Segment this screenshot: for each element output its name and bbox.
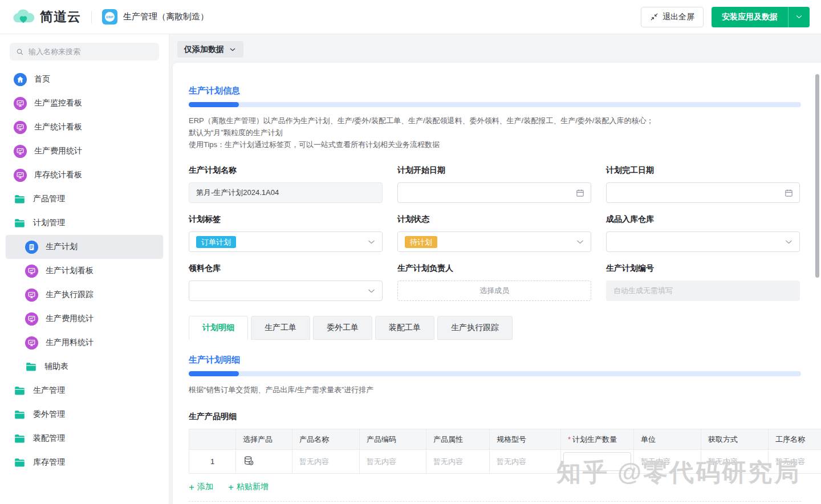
brand-logo[interactable]: 简道云 <box>11 7 81 27</box>
plan-info-form: 生产计划名称 第月-生产计划2024.1A04 计划开始日期 计划完工日期 <box>189 165 801 301</box>
plus-icon: + <box>189 482 194 492</box>
unit-cell: 暂无内容 <box>634 450 701 474</box>
install-app-button[interactable]: 安装应用及数据 <box>712 7 788 27</box>
sidebar-item-label: 计划管理 <box>33 218 65 228</box>
field-label: 生产计划名称 <box>189 165 383 176</box>
select-product-icon[interactable] <box>243 455 254 466</box>
sidebar-item-prod-stats-board[interactable]: 生产统计看板 <box>0 115 169 139</box>
sidebar-item-label: 生产计划看板 <box>46 266 94 276</box>
tab-plan-detail[interactable]: 计划明细 <box>189 316 248 340</box>
finish-date-input[interactable] <box>606 182 800 203</box>
sidebar-item-label: 装配管理 <box>33 433 65 444</box>
col-index <box>189 429 236 450</box>
sidebar-item-auxiliary-tables[interactable]: 辅助表 <box>0 355 169 379</box>
header-divider <box>91 11 92 23</box>
mode-dropdown-button[interactable]: 仅添加数据 <box>177 41 243 58</box>
plan-tag-select[interactable]: 订单计划 <box>189 231 383 252</box>
product-detail-table-wrap: 选择产品 产品名称 产品编码 产品属性 规格型号 *计划生产数量 单位 获取方式… <box>189 429 821 474</box>
field-label: 生产计划负责人 <box>397 263 591 274</box>
field-label: 计划标签 <box>189 214 383 225</box>
field-label: 计划状态 <box>397 214 591 225</box>
calendar-icon <box>575 188 585 198</box>
sidebar-item-prod-cost-stats[interactable]: 生产费用统计 <box>0 139 169 163</box>
sidebar-item-outsourcing-mgmt[interactable]: 委外管理 <box>0 403 169 426</box>
tab-production-workorder[interactable]: 生产工单 <box>251 316 310 340</box>
sidebar-search[interactable] <box>10 43 159 60</box>
sidebar-item-label: 生产用料统计 <box>46 338 94 348</box>
sidebar-item-production-exec-tracking[interactable]: 生产执行跟踪 <box>0 283 169 307</box>
field-label: 生产计划编号 <box>606 263 800 274</box>
product-attr-cell: 暂无内容 <box>426 450 490 474</box>
section-description: ERP（离散生产管理）以产品作为生产计划、生产/委外/装配工单、生产/装配领退料… <box>189 115 801 151</box>
exit-fullscreen-button[interactable]: 退出全屏 <box>641 7 704 27</box>
plan-number-input[interactable]: 自动生成无需填写 <box>606 281 800 301</box>
sidebar-item-label: 生产监控看板 <box>34 98 82 108</box>
chevron-down-icon <box>795 13 803 21</box>
tag-order-plan: 订单计划 <box>196 236 236 248</box>
dashboard-icon <box>14 169 27 182</box>
col-product-attr: 产品属性 <box>426 429 490 450</box>
dashboard-icon <box>25 265 38 278</box>
plan-qty-cell <box>561 450 634 474</box>
jiandaoyun-cloud-logo-icon <box>11 7 35 27</box>
dashboard-icon <box>25 312 38 326</box>
sidebar-item-label: 生产统计看板 <box>34 122 82 132</box>
plan-qty-input[interactable] <box>563 452 631 471</box>
sidebar-item-home[interactable]: 首页 <box>0 67 169 91</box>
dashboard-icon <box>25 288 38 302</box>
sidebar-item-plan-mgmt[interactable]: 计划管理 <box>0 211 169 235</box>
sidebar-item-production-mgmt[interactable]: 生产管理 <box>0 379 169 403</box>
tag-pending-plan: 待计划 <box>405 236 437 248</box>
field-label: 领料仓库 <box>189 263 383 274</box>
select-member-button[interactable]: 选择成员 <box>397 281 591 301</box>
required-asterisk: * <box>568 435 571 444</box>
sidebar-item-production-material-stats[interactable]: 生产用料统计 <box>0 331 169 355</box>
sidebar-item-production-plan-board[interactable]: 生产计划看板 <box>0 259 169 283</box>
sidebar-item-production-cost-stats[interactable]: 生产费用统计 <box>0 307 169 331</box>
vertical-scrollbar[interactable] <box>815 74 819 278</box>
exit-fullscreen-label: 退出全屏 <box>663 12 694 22</box>
section-title-plan-detail: 生产计划明细 <box>189 355 801 365</box>
search-input[interactable] <box>29 47 153 56</box>
search-icon <box>15 47 25 56</box>
material-warehouse-select[interactable] <box>189 281 383 301</box>
plus-icon: + <box>228 482 234 492</box>
col-plan-qty: *计划生产数量 <box>561 429 634 450</box>
calendar-icon <box>784 188 794 198</box>
tab-production-exec-tracking[interactable]: 生产执行跟踪 <box>437 316 513 340</box>
row-index: 1 <box>189 450 236 474</box>
table-row: 1 暂无内容 暂无内容 暂无内容 暂无内容 暂无内容 暂无内容 暂无内容 <box>189 450 821 474</box>
plan-detail-description: 根据“销售订单交货期、产品出库/生产需求量表”进行排产 <box>189 384 801 396</box>
mode-dropdown-label: 仅添加数据 <box>184 44 224 55</box>
erp-badge: ERP <box>105 12 115 22</box>
tab-outsourcing-workorder[interactable]: 委外工单 <box>313 316 372 340</box>
chevron-down-icon <box>784 237 794 247</box>
process-name-cell: 暂无内容 <box>769 450 821 474</box>
sidebar-item-product-mgmt[interactable]: 产品管理 <box>0 187 169 211</box>
col-unit: 单位 <box>634 429 701 450</box>
add-row-button[interactable]: + 添加 <box>189 482 213 492</box>
form-doc-icon <box>25 241 38 254</box>
sidebar-item-label: 生产费用统计 <box>46 314 94 324</box>
select-product-cell[interactable] <box>236 450 292 474</box>
start-date-input[interactable] <box>397 182 591 203</box>
brand-name: 简道云 <box>40 8 81 26</box>
sidebar-item-inventory-mgmt[interactable]: 库存管理 <box>0 450 169 474</box>
sidebar-item-inventory-stats-board[interactable]: 库存统计看板 <box>0 163 169 187</box>
tab-assembly-workorder[interactable]: 装配工单 <box>375 316 434 340</box>
folder-icon <box>14 433 26 445</box>
sidebar-item-label: 辅助表 <box>44 361 68 372</box>
sidebar-item-production-plan[interactable]: 生产计划 <box>6 235 163 259</box>
dashboard-icon <box>14 97 27 110</box>
sidebar-item-assembly-mgmt[interactable]: 装配管理 <box>0 426 169 450</box>
home-icon <box>14 73 27 86</box>
section-title-plan-info: 生产计划信息 <box>189 86 801 96</box>
table-header-row: 选择产品 产品名称 产品编码 产品属性 规格型号 *计划生产数量 单位 获取方式… <box>189 429 821 450</box>
paste-add-button[interactable]: + 粘贴新增 <box>228 482 269 492</box>
col-acquire-method: 获取方式 <box>701 429 769 450</box>
finished-warehouse-select[interactable] <box>606 231 800 252</box>
install-app-dropdown-button[interactable] <box>788 7 810 27</box>
sidebar-item-prod-monitor-board[interactable]: 生产监控看板 <box>0 91 169 115</box>
plan-status-select[interactable]: 待计划 <box>397 231 591 252</box>
plan-name-input[interactable]: 第月-生产计划2024.1A04 <box>189 182 383 203</box>
